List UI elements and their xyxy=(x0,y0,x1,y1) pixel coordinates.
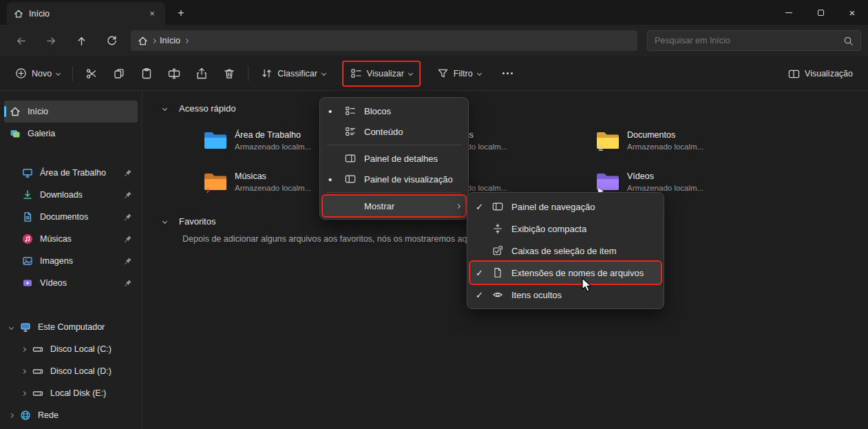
tab-close-icon[interactable]: × xyxy=(146,8,158,20)
sidebar-item-inicio[interactable]: Início xyxy=(4,101,138,123)
tile-subtitle: Armazenado localm... xyxy=(235,143,311,151)
close-icon: × xyxy=(849,8,856,18)
sidebar-item-este-computador[interactable]: Este Computador xyxy=(4,316,138,338)
sidebar-item-disco-e[interactable]: Local Disk (E:) xyxy=(4,382,138,404)
check-icon xyxy=(476,290,492,300)
address-bar[interactable]: Início xyxy=(131,30,637,51)
preview-pane-icon xyxy=(345,174,356,185)
sidebar-item-label: Vídeos xyxy=(40,278,67,288)
sidebar-item-galeria[interactable]: Galeria xyxy=(4,123,138,145)
delete-button[interactable] xyxy=(216,62,242,85)
breadcrumb-item[interactable]: Início xyxy=(160,36,180,45)
menu-item-painel-de-detalhes[interactable]: Painel de detalhes xyxy=(323,148,465,169)
quick-access-section-header[interactable]: Acesso rápido xyxy=(163,103,235,114)
folder-tile-documentos[interactable]: ≡ DocumentosArmazenado localm... xyxy=(595,129,783,152)
sidebar-item-rede[interactable]: Rede xyxy=(4,404,138,426)
sidebar-item-disco-c[interactable]: Disco Local (C:) xyxy=(4,338,138,360)
cut-button[interactable] xyxy=(78,62,105,85)
favorites-section-header[interactable]: Favoritos xyxy=(163,216,215,227)
menu-item-conteudo[interactable]: Conteúdo xyxy=(323,121,465,142)
paste-button[interactable] xyxy=(134,62,160,85)
explorer-tab[interactable]: Início × xyxy=(7,2,165,25)
favorites-empty-text: Depois de adicionar alguns arquivos aos … xyxy=(182,234,476,244)
command-toolbar: Novo Classificar Visualizar xyxy=(0,56,868,91)
navigation-pane-icon xyxy=(492,201,503,212)
breadcrumb-chevron-icon xyxy=(184,38,189,43)
sidebar-item-area-de-trabalho[interactable]: Área de Trabalho xyxy=(4,162,138,184)
collapse-chevron-icon[interactable] xyxy=(162,106,167,111)
sidebar-item-disco-d[interactable]: Disco Local (D:) xyxy=(4,360,138,382)
sidebar-item-imagens[interactable]: Imagens xyxy=(4,250,138,272)
forward-button[interactable] xyxy=(37,30,65,52)
delete-icon xyxy=(223,67,235,80)
pin-icon xyxy=(123,213,132,222)
folder-tile-videos[interactable]: ▶ VídeosArmazenado localm... xyxy=(595,171,783,193)
expand-chevron-icon[interactable] xyxy=(21,390,26,395)
menu-item-mostrar[interactable]: Mostrar xyxy=(323,196,465,216)
music-icon xyxy=(22,233,33,244)
expand-chevron-icon[interactable] xyxy=(21,368,26,373)
menu-item-painel-de-visualizacao[interactable]: Painel de visualização xyxy=(323,169,465,189)
tile-subtitle: Armazenado localm... xyxy=(627,184,703,192)
sidebar-item-label: Início xyxy=(28,107,48,116)
preview-toggle-button[interactable]: Visualização xyxy=(781,62,860,85)
paste-icon xyxy=(140,67,153,80)
menu-item-label: Painel de navegação xyxy=(511,202,655,212)
more-button[interactable] xyxy=(495,62,521,85)
sidebar-item-label: Galeria xyxy=(28,129,55,138)
copy-button[interactable] xyxy=(106,62,132,85)
menu-separator xyxy=(327,192,461,193)
rename-icon xyxy=(168,67,180,80)
view-button[interactable]: Visualizar xyxy=(343,62,419,85)
close-button[interactable]: × xyxy=(836,0,868,25)
share-button[interactable] xyxy=(189,62,215,85)
expand-chevron-icon[interactable] xyxy=(21,346,26,351)
view-tiles-icon xyxy=(350,67,362,79)
up-button[interactable] xyxy=(67,30,95,52)
maximize-button[interactable] xyxy=(805,0,836,25)
new-tab-button[interactable]: + xyxy=(171,3,191,23)
gallery-icon xyxy=(10,128,21,139)
section-title: Favoritos xyxy=(179,216,215,227)
search-box[interactable] xyxy=(647,30,861,51)
rename-button[interactable] xyxy=(161,62,187,85)
sidebar-item-label: Disco Local (C:) xyxy=(50,344,112,354)
expand-chevron-icon[interactable] xyxy=(9,324,14,329)
home-icon xyxy=(14,9,23,19)
sidebar-item-musicas[interactable]: Músicas xyxy=(4,228,138,250)
breadcrumb-chevron-icon xyxy=(151,38,156,43)
folder-icon: ≡ xyxy=(595,129,620,152)
expand-chevron-icon[interactable] xyxy=(9,412,14,417)
sidebar-item-label: Imagens xyxy=(40,256,73,266)
sidebar-item-label: Documentos xyxy=(40,212,88,222)
search-input[interactable] xyxy=(655,36,843,45)
menu-item-label: Caixas de seleção de item xyxy=(511,246,655,256)
submenu-item-itens-ocultos[interactable]: Itens ocultos xyxy=(470,284,661,306)
sidebar-item-label: Este Computador xyxy=(38,322,105,332)
submenu-item-caixas-de-selecao[interactable]: Caixas de seleção de item xyxy=(470,240,661,262)
sidebar-item-videos[interactable]: Vídeos xyxy=(4,272,138,294)
share-icon xyxy=(195,67,208,80)
compact-view-icon xyxy=(492,223,503,234)
back-button[interactable] xyxy=(7,30,34,52)
filter-button[interactable]: Filtro xyxy=(430,62,488,85)
sort-button[interactable]: Classificar xyxy=(254,62,332,85)
menu-item-blocos[interactable]: Blocos xyxy=(323,101,465,121)
submenu-item-exibicao-compacta[interactable]: Exibição compacta xyxy=(470,218,661,240)
folder-icon xyxy=(203,129,228,152)
refresh-button[interactable] xyxy=(98,30,125,52)
submenu-item-extensoes-de-nomes[interactable]: Extensões de nomes de arquivos xyxy=(470,262,661,284)
toolbar-separator xyxy=(72,66,73,81)
submenu-item-painel-de-navegacao[interactable]: Painel de navegação xyxy=(470,196,661,218)
chevron-down-icon xyxy=(56,71,61,76)
menu-item-label: Mostrar xyxy=(364,201,456,211)
sidebar-item-documentos[interactable]: Documentos xyxy=(4,206,138,228)
sidebar-item-label: Downloads xyxy=(40,190,83,200)
new-button[interactable]: Novo xyxy=(8,62,67,85)
search-icon xyxy=(843,36,854,46)
minimize-button[interactable] xyxy=(773,0,805,25)
menu-item-label: Blocos xyxy=(364,106,460,116)
sidebar-item-downloads[interactable]: Downloads xyxy=(4,184,138,206)
collapse-chevron-icon[interactable] xyxy=(162,219,167,224)
minimize-icon xyxy=(785,12,792,13)
